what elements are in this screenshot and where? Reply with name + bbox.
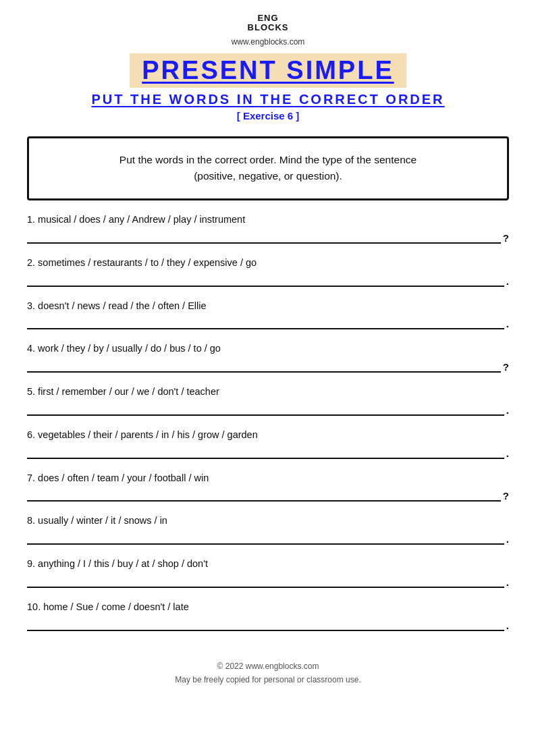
answer-line-row: .: [27, 447, 509, 459]
end-punctuation: .: [506, 448, 509, 459]
end-punctuation: .: [506, 318, 509, 329]
exercise-item: 7. does / often / team / your / football…: [27, 471, 509, 502]
exercise-item: 2. sometimes / restaurants / to / they /…: [27, 256, 509, 287]
title-section: PRESENT SIMPLE PUT THE WORDS IN THE CORR…: [27, 53, 509, 122]
logo: ENG BLOCKS: [248, 14, 289, 33]
exercise-question: 9. anything / I / this / buy / at / shop…: [27, 557, 509, 572]
logo-text: ENG BLOCKS: [248, 14, 289, 33]
copyright: © 2022 www.engblocks.com: [27, 659, 509, 673]
exercise-item: 9. anything / I / this / buy / at / shop…: [27, 557, 509, 588]
end-punctuation: ?: [503, 361, 509, 373]
answer-line[interactable]: [27, 360, 501, 373]
answer-line[interactable]: [27, 404, 504, 416]
answer-line-row: .: [27, 317, 509, 329]
answer-line-row: .: [27, 576, 509, 588]
exercise-question: 8. usually / winter / it / snows / in: [27, 514, 509, 529]
exercise-question: 5. first / remember / our / we / don't /…: [27, 385, 509, 400]
answer-line[interactable]: [27, 317, 504, 329]
exercise-question: 4. work / they / by / usually / do / bus…: [27, 342, 509, 356]
instruction-line1: Put the words in the correct order. Mind…: [119, 154, 417, 165]
instruction-box: Put the words in the correct order. Mind…: [27, 136, 509, 201]
exercise-item: 1. musical / does / any / Andrew / play …: [27, 213, 509, 244]
main-title: PRESENT SIMPLE: [130, 53, 406, 88]
answer-line-row: ?: [27, 232, 509, 244]
exercises: 1. musical / does / any / Andrew / play …: [27, 213, 509, 643]
exercise-item: 8. usually / winter / it / snows / in.: [27, 514, 509, 545]
answer-line[interactable]: [27, 619, 504, 631]
footer: © 2022 www.engblocks.com May be freely c…: [27, 659, 509, 687]
exercise-question: 3. doesn't / news / read / the / often /…: [27, 299, 509, 314]
exercise-item: 4. work / they / by / usually / do / bus…: [27, 342, 509, 373]
answer-line-row: .: [27, 404, 509, 416]
answer-line[interactable]: [27, 275, 504, 287]
end-punctuation: .: [506, 533, 509, 545]
exercise-question: 6. vegetables / their / parents / in / h…: [27, 428, 509, 443]
page: ENG BLOCKS www.engblocks.com PRESENT SIM…: [0, 0, 536, 756]
exercise-item: 10. home / Sue / come / doesn't / late.: [27, 600, 509, 631]
answer-line[interactable]: [27, 576, 504, 588]
license: May be freely copied for personal or cla…: [27, 673, 509, 686]
answer-line-row: .: [27, 533, 509, 545]
answer-line-row: ?: [27, 360, 509, 373]
end-punctuation: .: [506, 275, 509, 287]
exercise-question: 2. sometimes / restaurants / to / they /…: [27, 256, 509, 271]
instruction-line2: (positive, negative, or question).: [194, 170, 342, 182]
exercise-label: [ Exercise 6 ]: [27, 110, 509, 122]
end-punctuation: ?: [503, 232, 509, 244]
answer-line-row: .: [27, 275, 509, 287]
exercise-item: 6. vegetables / their / parents / in / h…: [27, 428, 509, 459]
header: ENG BLOCKS www.engblocks.com: [232, 14, 305, 47]
exercise-item: 5. first / remember / our / we / don't /…: [27, 385, 509, 416]
answer-line[interactable]: [27, 533, 504, 545]
exercise-question: 1. musical / does / any / Andrew / play …: [27, 213, 509, 227]
end-punctuation: ?: [503, 490, 509, 502]
end-punctuation: .: [506, 576, 509, 588]
answer-line-row: .: [27, 619, 509, 631]
exercise-item: 3. doesn't / news / read / the / often /…: [27, 299, 509, 330]
end-punctuation: .: [506, 620, 509, 631]
answer-line-row: ?: [27, 489, 509, 502]
exercise-question: 7. does / often / team / your / football…: [27, 471, 509, 486]
answer-line[interactable]: [27, 447, 504, 459]
answer-line[interactable]: [27, 489, 501, 502]
website-url: www.engblocks.com: [232, 37, 305, 47]
subtitle: PUT THE WORDS IN THE CORRECT ORDER: [27, 92, 509, 107]
exercise-question: 10. home / Sue / come / doesn't / late: [27, 600, 509, 615]
answer-line[interactable]: [27, 232, 501, 244]
end-punctuation: .: [506, 404, 509, 416]
